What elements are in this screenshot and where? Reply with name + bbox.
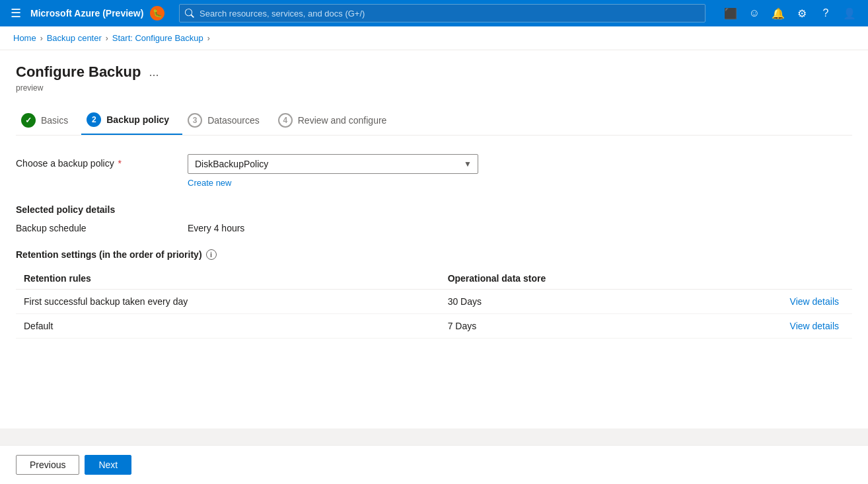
step-4-circle: 4 [278, 113, 293, 128]
breadcrumb-sep-1: › [40, 34, 43, 43]
backup-policy-select[interactable]: DiskBackupPolicy DefaultPolicy [188, 154, 478, 174]
backup-policy-control: DiskBackupPolicy DefaultPolicy ▼ Create … [188, 154, 478, 188]
retention-value-2: 7 Days [448, 314, 703, 339]
step-4-label: Review and configure [298, 115, 387, 126]
wizard-steps: ✓ Basics 2 Backup policy 3 Datasources 4… [16, 106, 852, 136]
cloud-shell-icon[interactable]: ⬛ [720, 3, 741, 24]
policy-details-title: Selected policy details [16, 204, 852, 215]
retention-rule-2: Default [16, 314, 448, 339]
retention-table: Retention rules Operational data store F… [16, 268, 852, 339]
step-backup-policy[interactable]: 2 Backup policy [81, 106, 182, 135]
step-2-label: Backup policy [106, 114, 169, 125]
retention-value-1: 30 Days [448, 290, 703, 314]
view-details-link-1[interactable]: View details [790, 296, 839, 307]
breadcrumb-backup-center[interactable]: Backup center [47, 33, 102, 43]
search-icon [185, 9, 194, 18]
breadcrumb-sep-3: › [207, 34, 210, 43]
policy-details-section: Selected policy details Backup schedule … [16, 204, 852, 233]
retention-table-header: Retention rules Operational data store [16, 268, 852, 290]
view-details-link-2[interactable]: View details [790, 321, 839, 331]
help-icon[interactable]: ? [815, 3, 836, 24]
table-row: Default 7 Days View details [16, 314, 852, 339]
col-retention-rules: Retention rules [16, 268, 448, 290]
search-bar[interactable] [179, 4, 705, 22]
page-header: Configure Backup ... [16, 63, 852, 81]
bug-icon[interactable]: 🐛 [150, 6, 164, 20]
retention-action-2: View details [702, 314, 852, 339]
step-3-circle: 3 [188, 113, 202, 128]
retention-rule-1: First successful backup taken every day [16, 290, 448, 314]
page-title: Configure Backup [16, 63, 141, 81]
backup-policy-section: Choose a backup policy * DiskBackupPolic… [16, 154, 852, 188]
step-datasources[interactable]: 3 Datasources [182, 106, 273, 134]
table-row: First successful backup taken every day … [16, 290, 852, 314]
topbar: ☰ Microsoft Azure (Preview) 🐛 ⬛ ☺ 🔔 ⚙ ? … [0, 0, 868, 26]
retention-title: Retention settings (in the order of prio… [16, 249, 852, 260]
step-2-circle: 2 [87, 112, 101, 127]
col-operational-data-store: Operational data store [448, 268, 703, 290]
topbar-icons: ⬛ ☺ 🔔 ⚙ ? 👤 [720, 3, 860, 24]
step-1-circle: ✓ [21, 113, 36, 128]
account-icon[interactable]: 👤 [839, 3, 860, 24]
more-options-icon[interactable]: ... [149, 65, 159, 79]
step-1-label: Basics [41, 115, 68, 126]
breadcrumb-configure-backup[interactable]: Start: Configure Backup [112, 33, 203, 43]
search-input[interactable] [199, 9, 700, 19]
create-new-link[interactable]: Create new [188, 178, 231, 188]
page-content: Configure Backup ... preview ✓ Basics 2 … [0, 50, 868, 428]
breadcrumb-sep-2: › [106, 34, 108, 43]
breadcrumb-home[interactable]: Home [13, 33, 36, 43]
notification-icon[interactable]: 🔔 [768, 3, 789, 24]
step-basics[interactable]: ✓ Basics [16, 106, 81, 134]
backup-schedule-value: Every 4 hours [188, 223, 244, 233]
settings-icon[interactable]: ⚙ [791, 3, 813, 24]
page-subtitle: preview [16, 83, 852, 93]
backup-schedule-row: Backup schedule Every 4 hours [16, 223, 852, 233]
hamburger-icon[interactable]: ☰ [8, 3, 24, 23]
step-3-label: Datasources [207, 115, 260, 126]
info-icon[interactable]: i [206, 249, 217, 260]
backup-policy-label: Choose a backup policy * [16, 154, 174, 169]
required-indicator: * [118, 158, 122, 169]
retention-section: Retention settings (in the order of prio… [16, 249, 852, 339]
backup-schedule-key: Backup schedule [16, 223, 174, 233]
app-title: Microsoft Azure (Preview) [30, 8, 143, 19]
step-review-configure[interactable]: 4 Review and configure [273, 106, 400, 134]
backup-policy-row: Choose a backup policy * DiskBackupPolic… [16, 154, 852, 188]
retention-action-1: View details [702, 290, 852, 314]
backup-policy-select-wrapper: DiskBackupPolicy DefaultPolicy ▼ [188, 154, 478, 174]
breadcrumb: Home › Backup center › Start: Configure … [0, 26, 868, 50]
feedback-icon[interactable]: ☺ [744, 3, 765, 24]
col-actions [702, 268, 852, 290]
